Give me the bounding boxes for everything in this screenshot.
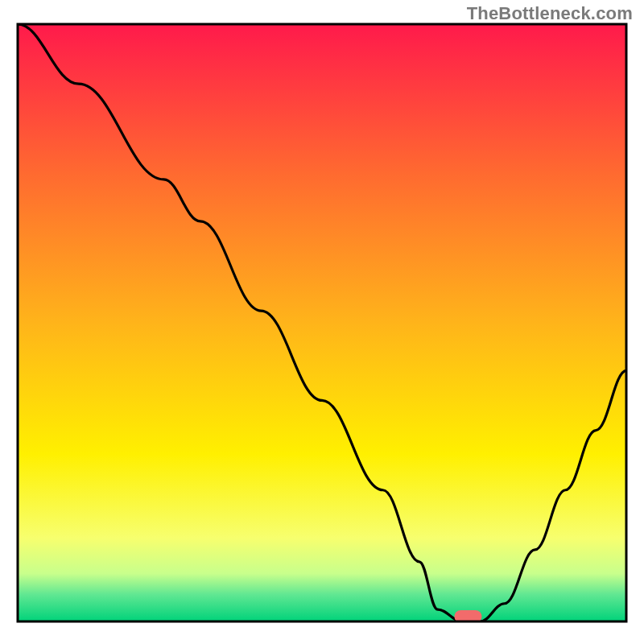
gradient-background — [18, 24, 626, 621]
attribution-text: TheBottleneck.com — [467, 3, 633, 24]
chart-canvas — [0, 0, 644, 644]
